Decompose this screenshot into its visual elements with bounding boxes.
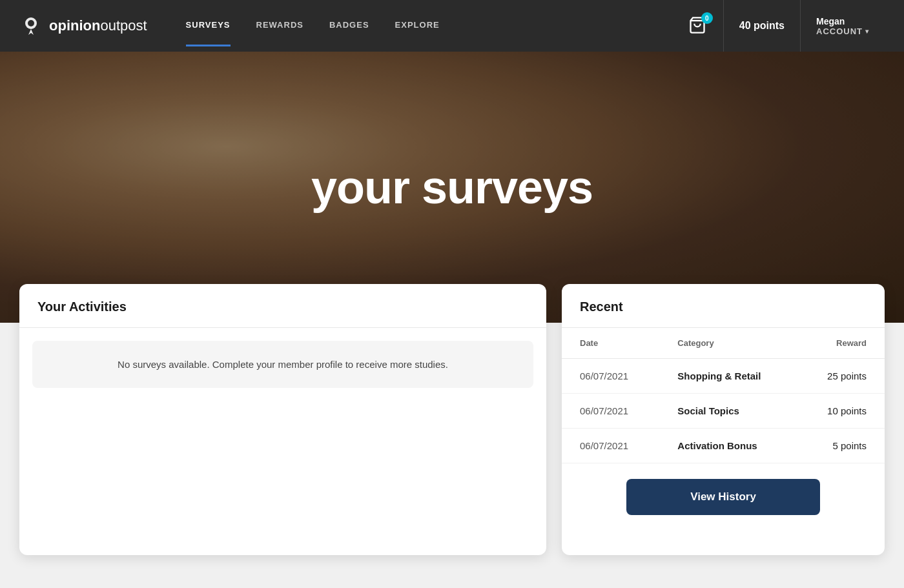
cell-reward-1: 10 points (797, 394, 885, 429)
points-value: 40 points (739, 20, 785, 32)
activities-title: Your Activities (37, 299, 528, 314)
logo-icon (19, 14, 43, 37)
account-username: Megan (816, 16, 845, 26)
logo-bold-text: opinion (49, 17, 100, 34)
recent-card: Recent Date Category Reward 06/07/2021 S… (562, 284, 885, 555)
cell-date-1: 06/07/2021 (562, 394, 659, 429)
nav-surveys[interactable]: SURVEYS (186, 20, 231, 32)
activities-header: Your Activities (19, 284, 546, 328)
hero-section: your surveys (0, 52, 904, 323)
recent-header: Recent (562, 284, 885, 328)
cell-date-2: 06/07/2021 (562, 429, 659, 463)
account-label: ACCOUNT ▾ (816, 26, 869, 36)
no-surveys-message: No surveys available. Complete your memb… (48, 359, 518, 370)
logo-light-text: outpost (100, 17, 147, 34)
recent-title: Recent (580, 299, 867, 314)
svg-point-1 (28, 20, 34, 26)
table-row: 06/07/2021 Shopping & Retail 25 points (562, 359, 885, 394)
col-reward: Reward (797, 328, 885, 359)
cell-category-2: Activation Bonus (659, 429, 797, 463)
points-display: 40 points (724, 0, 801, 52)
cell-reward-2: 5 points (797, 429, 885, 463)
account-menu[interactable]: Megan ACCOUNT ▾ (801, 0, 885, 52)
activities-body: No surveys available. Complete your memb… (19, 328, 546, 401)
cell-category-1: Social Topics (659, 394, 797, 429)
table-row: 06/07/2021 Activation Bonus 5 points (562, 429, 885, 463)
nav-badges[interactable]: BADGES (329, 20, 369, 32)
view-history-button[interactable]: View History (626, 479, 820, 515)
nav-explore[interactable]: EXPLORE (395, 20, 440, 32)
cart-icon-wrap: 0 (688, 16, 708, 35)
col-date: Date (562, 328, 659, 359)
cell-date-0: 06/07/2021 (562, 359, 659, 394)
recent-table: Date Category Reward 06/07/2021 Shopping… (562, 328, 885, 463)
cart-button[interactable]: 0 (673, 0, 724, 52)
cell-category-0: Shopping & Retail (659, 359, 797, 394)
view-history-area: View History (562, 463, 885, 531)
content-area: Your Activities No surveys available. Co… (0, 284, 904, 581)
header: opinionoutpost SURVEYS REWARDS BADGES EX… (0, 0, 904, 52)
nav-rewards[interactable]: REWARDS (256, 20, 303, 32)
logo[interactable]: opinionoutpost (19, 14, 147, 37)
table-header-row: Date Category Reward (562, 328, 885, 359)
cell-reward-0: 25 points (797, 359, 885, 394)
cart-badge: 0 (701, 12, 713, 24)
activities-card: Your Activities No surveys available. Co… (19, 284, 546, 555)
col-category: Category (659, 328, 797, 359)
hero-title: your surveys (311, 161, 593, 214)
table-row: 06/07/2021 Social Topics 10 points (562, 394, 885, 429)
no-surveys-box: No surveys available. Complete your memb… (32, 341, 533, 388)
header-right: 0 40 points Megan ACCOUNT ▾ (673, 0, 885, 52)
main-nav: SURVEYS REWARDS BADGES EXPLORE (186, 20, 673, 32)
chevron-down-icon: ▾ (865, 28, 869, 35)
